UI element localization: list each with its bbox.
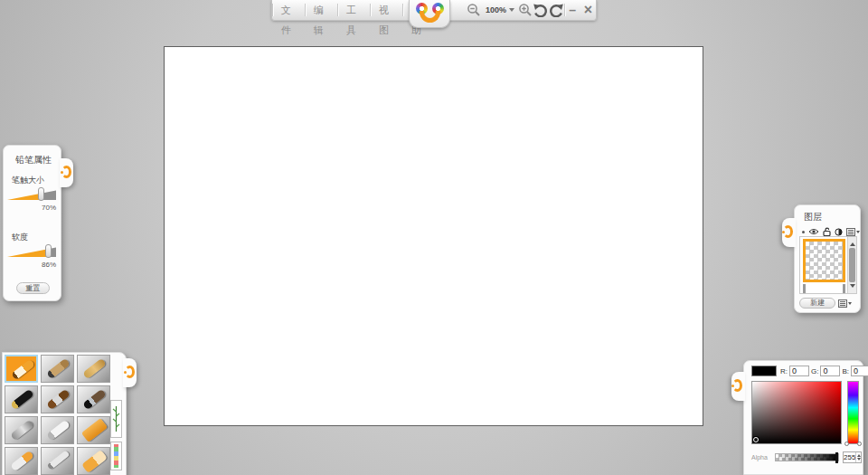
logo-smile-icon xyxy=(420,11,440,23)
texture-preview-swatches-button[interactable] xyxy=(110,442,122,470)
charcoal-pencil-icon xyxy=(46,358,71,380)
reset-button[interactable]: 重置 xyxy=(16,282,50,294)
paint-tube-icon xyxy=(10,451,34,472)
brush-size-slider-thumb[interactable] xyxy=(38,187,44,201)
tool-sharp-pencil[interactable] xyxy=(5,355,38,383)
brush-size-slider[interactable] xyxy=(7,189,56,202)
layers-panel-collapse-handle[interactable] xyxy=(782,218,796,247)
panel-handle-icon xyxy=(783,225,793,238)
layers-panel: 图层 新建 xyxy=(794,204,861,313)
pencil-panel-collapse-handle[interactable] xyxy=(60,158,73,187)
plant-thumbnail-icon xyxy=(112,404,120,433)
green-input[interactable] xyxy=(820,366,840,376)
current-color-swatch xyxy=(751,366,777,376)
airbrush-icon xyxy=(10,420,34,442)
brush-size-slider-track[interactable] xyxy=(7,189,56,201)
alpha-slider-handle[interactable] xyxy=(835,452,838,463)
minimize-button[interactable]: – xyxy=(564,0,580,20)
blue-label: B: xyxy=(842,367,849,375)
layer-visibility-icon[interactable] xyxy=(808,228,819,235)
zoom-out-button[interactable] xyxy=(467,0,482,20)
menu-view[interactable]: 视图 xyxy=(371,0,402,20)
eraser-icon xyxy=(81,450,108,473)
texture-preview-plant-button[interactable] xyxy=(110,400,122,438)
menu-tools[interactable]: 工具 xyxy=(338,0,370,20)
softness-label: 软度 xyxy=(4,212,61,243)
brush-size-label: 笔触大小 xyxy=(4,166,61,186)
tool-fountain-pen[interactable] xyxy=(5,385,38,413)
tool-flat-brush[interactable] xyxy=(41,416,74,444)
pencil-properties-panel: 铅笔属性 笔触大小 70% 软度 86% 重置 xyxy=(3,145,61,301)
panel-handle-icon xyxy=(61,166,71,178)
tool-paint-roller[interactable] xyxy=(77,416,110,444)
tool-palette-side-strip xyxy=(108,353,124,475)
undo-button[interactable] xyxy=(533,0,548,20)
flat-brush-icon xyxy=(46,420,71,442)
hue-slider-marker[interactable] xyxy=(844,442,849,446)
tool-ink-brush[interactable] xyxy=(77,385,110,413)
zoom-in-button[interactable] xyxy=(517,0,533,20)
alpha-spinner[interactable]: 255 xyxy=(843,451,862,463)
softness-slider-thumb[interactable] xyxy=(45,244,52,258)
scrollbar-thumb[interactable] xyxy=(849,248,855,282)
layer-lock-icon[interactable] xyxy=(823,227,831,236)
sv-picker-marker[interactable] xyxy=(753,437,759,442)
tool-crayon[interactable] xyxy=(77,355,110,383)
layer-grip-icon xyxy=(802,231,805,233)
close-button[interactable]: × xyxy=(580,0,596,20)
layer-footer-menu-button[interactable] xyxy=(838,299,852,308)
zoom-level-value[interactable]: 100% xyxy=(482,5,508,14)
color-panel-collapse-handle[interactable] xyxy=(731,372,745,401)
tool-charcoal-pencil[interactable] xyxy=(41,355,74,383)
brush-size-value: 70% xyxy=(4,202,56,212)
spinner-down-icon[interactable] xyxy=(857,458,861,462)
alpha-label: Alpha xyxy=(751,454,775,461)
blue-input[interactable] xyxy=(851,366,868,376)
layer-list-scrollbar[interactable] xyxy=(847,237,856,293)
menu-file[interactable]: 文件 xyxy=(273,0,305,20)
panel-handle-icon xyxy=(125,366,135,378)
tool-airbrush[interactable] xyxy=(5,416,38,444)
round-brush-icon xyxy=(46,389,71,411)
layer-item-selected[interactable] xyxy=(803,239,845,282)
hue-slider-marker[interactable] xyxy=(857,442,862,446)
scroll-down-icon[interactable] xyxy=(850,284,855,290)
layers-panel-footer: 新建 xyxy=(799,298,859,309)
drawing-canvas[interactable] xyxy=(164,46,703,426)
tool-paint-tube[interactable] xyxy=(5,447,38,475)
crayon-icon xyxy=(82,358,107,380)
red-label: R: xyxy=(780,367,788,375)
menu-edit[interactable]: 编辑 xyxy=(306,0,337,20)
alpha-row: Alpha 255 xyxy=(751,451,862,463)
close-icon: × xyxy=(584,3,592,17)
app-logo-tab[interactable] xyxy=(409,0,450,28)
softness-slider[interactable] xyxy=(7,246,56,259)
sharp-pencil-icon xyxy=(11,359,35,381)
alpha-value: 255 xyxy=(844,453,855,461)
layer-options-menu-button[interactable] xyxy=(846,228,860,236)
spinner-up-icon[interactable] xyxy=(857,452,861,457)
alpha-slider[interactable] xyxy=(775,453,839,461)
green-label: G: xyxy=(811,367,818,375)
tool-palette-knife[interactable] xyxy=(41,447,74,475)
new-layer-button[interactable]: 新建 xyxy=(799,298,835,309)
layer-opacity-icon[interactable] xyxy=(835,228,843,236)
menu-list-icon xyxy=(846,228,855,236)
zoom-dropdown-caret-icon[interactable] xyxy=(509,8,514,14)
red-input[interactable] xyxy=(789,366,809,376)
scroll-up-icon[interactable] xyxy=(850,240,855,246)
chevron-down-icon xyxy=(848,302,852,307)
hue-slider[interactable] xyxy=(847,381,859,444)
tool-eraser[interactable] xyxy=(77,447,110,475)
menu-list-icon xyxy=(838,299,847,308)
tool-round-brush[interactable] xyxy=(41,385,74,413)
spinner-arrows[interactable] xyxy=(855,452,861,462)
saturation-value-picker[interactable] xyxy=(751,381,842,444)
tool-palette-collapse-handle[interactable] xyxy=(123,358,137,387)
fountain-pen-icon xyxy=(10,389,34,411)
paint-roller-icon xyxy=(81,418,108,442)
rgb-inputs-row: R: G: B: xyxy=(780,366,868,376)
redo-button[interactable] xyxy=(548,0,563,20)
softness-value: 86% xyxy=(4,259,56,269)
color-picker-panel: R: G: B: Alpha 255 xyxy=(743,360,863,475)
